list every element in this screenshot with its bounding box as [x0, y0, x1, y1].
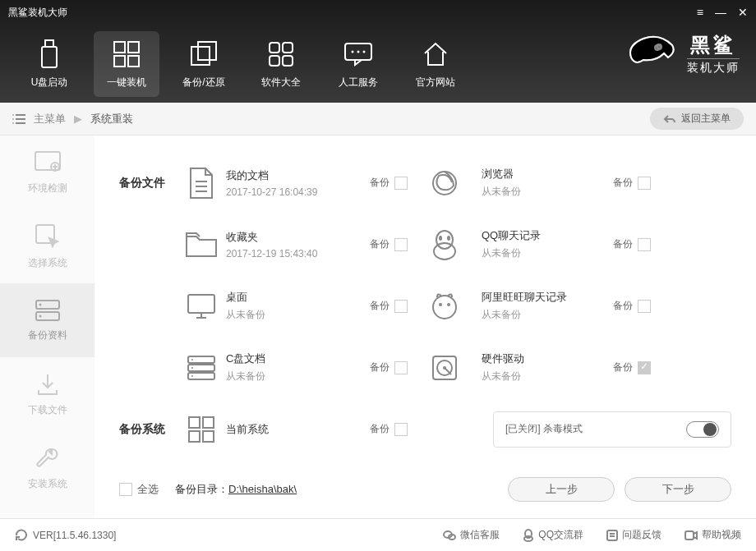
svg-point-17 — [658, 46, 661, 48]
footer: VER[11.5.46.1330] 微信客服 QQ交流群 问题反馈 帮助视频 — [0, 518, 756, 551]
svg-rect-41 — [188, 295, 214, 313]
sidebar-label: 环境检测 — [28, 181, 67, 195]
back-button[interactable]: 返回主菜单 — [650, 108, 744, 130]
checkbox[interactable] — [119, 483, 132, 496]
main: 环境检测 选择系统 备份资料 下载文件 安装系统 备份文件 我的文档 — [0, 135, 756, 518]
link-wechat[interactable]: 微信客服 — [443, 528, 500, 542]
item-sub: 从未备份 — [482, 246, 613, 260]
nav-label: 一键装机 — [107, 76, 146, 90]
item-name: 桌面 — [226, 290, 370, 305]
svg-rect-0 — [45, 40, 53, 47]
svg-point-52 — [191, 375, 193, 377]
svg-rect-6 — [191, 47, 210, 65]
checkbox[interactable] — [638, 177, 651, 190]
sidebar-label: 选择系统 — [28, 256, 67, 270]
svg-rect-60 — [203, 431, 214, 442]
item-name: QQ聊天记录 — [482, 228, 613, 243]
minimize-icon[interactable]: — — [715, 6, 726, 19]
footer-links: 微信客服 QQ交流群 问题反馈 帮助视频 — [443, 528, 741, 542]
folder-icon — [185, 232, 218, 258]
menu-icon[interactable]: ≡ — [697, 6, 703, 19]
backup-icon — [190, 40, 218, 68]
link-help[interactable]: 帮助视频 — [685, 528, 741, 542]
virus-text: [已关闭] 杀毒模式 — [505, 422, 583, 436]
sidebar-item-install[interactable]: 安装系统 — [0, 431, 94, 505]
window-title: 黑鲨装机大师 — [8, 6, 67, 20]
close-icon[interactable]: ✕ — [738, 6, 748, 19]
sidebar-item-backup[interactable]: 备份资料 — [0, 283, 94, 357]
version-text: VER[11.5.46.1330] — [33, 530, 116, 541]
qq-icon — [430, 228, 459, 261]
svg-rect-57 — [189, 417, 200, 428]
prev-button[interactable]: 上一步 — [508, 477, 615, 502]
checkbox[interactable] — [394, 300, 408, 313]
sidebar-item-download[interactable]: 下载文件 — [0, 357, 94, 431]
window-controls: ≡ — ✕ — [697, 6, 748, 19]
svg-line-56 — [445, 368, 451, 374]
backup-label: 备份 — [613, 299, 633, 313]
logo-text-big: 黑鲨 — [690, 32, 736, 58]
link-feedback[interactable]: 问题反馈 — [606, 528, 662, 542]
content: 备份文件 我的文档 2017-10-27 16:04:39 备份 浏览器 从未备… — [94, 135, 756, 518]
nav-label: 软件大全 — [261, 76, 301, 90]
backup-label: 备份 — [370, 237, 390, 251]
next-button[interactable]: 下一步 — [625, 477, 731, 502]
nav-tab-service[interactable]: 人工服务 — [325, 31, 391, 97]
select-all[interactable]: 全选 — [119, 482, 159, 497]
item-name: 阿里旺旺聊天记录 — [482, 290, 613, 305]
sidebar-label: 备份资料 — [28, 328, 67, 342]
svg-point-40 — [447, 236, 450, 241]
svg-point-21 — [12, 114, 14, 116]
checkbox[interactable] — [394, 361, 408, 374]
svg-rect-4 — [114, 56, 125, 67]
list-icon — [12, 113, 25, 125]
svg-rect-58 — [203, 417, 214, 428]
nav-label: U盘启动 — [31, 76, 68, 90]
checkbox[interactable] — [638, 300, 651, 313]
checkbox[interactable] — [394, 177, 408, 190]
backup-label: 备份 — [370, 360, 390, 374]
svg-rect-5 — [128, 56, 139, 67]
item-name: 浏览器 — [482, 167, 613, 181]
svg-rect-59 — [189, 431, 200, 442]
svg-point-46 — [447, 303, 450, 306]
nav-tab-backup[interactable]: 备份/还原 — [171, 31, 237, 97]
svg-rect-66 — [685, 531, 694, 540]
backup-label: 备份 — [613, 360, 633, 374]
path-label: 备份目录： — [175, 483, 228, 495]
item-name: 收藏夹 — [226, 230, 370, 245]
usb-icon — [39, 39, 60, 69]
svg-point-38 — [434, 243, 455, 259]
system-row: 备份系统 当前系统 备份 [已关闭] 杀毒模式 — [119, 398, 731, 460]
virus-toggle[interactable] — [686, 421, 719, 438]
nav-label: 官方网站 — [416, 76, 455, 90]
nav-tab-website[interactable]: 官方网站 — [403, 31, 468, 97]
refresh-icon[interactable] — [15, 529, 28, 542]
wechat-icon — [443, 530, 456, 541]
item-sub: 从未备份 — [482, 185, 613, 199]
wrench-icon — [35, 446, 60, 471]
checkbox[interactable] — [394, 238, 408, 251]
wangwang-icon — [429, 291, 460, 322]
svg-point-51 — [191, 367, 193, 369]
link-qqgroup[interactable]: QQ交流群 — [523, 528, 583, 542]
nav-tab-software[interactable]: 软件大全 — [248, 31, 314, 97]
svg-point-45 — [439, 303, 442, 306]
checkbox[interactable] — [638, 238, 651, 251]
breadcrumb-root[interactable]: 主菜单 — [34, 112, 66, 126]
svg-rect-10 — [270, 56, 279, 66]
checkbox[interactable] — [638, 361, 651, 374]
section-label-system: 备份系统 — [119, 422, 177, 437]
sidebar-item-envcheck[interactable]: 环境检测 — [0, 135, 94, 209]
download-icon — [35, 372, 60, 397]
nav-tab-reinstall[interactable]: 一键装机 — [94, 31, 159, 97]
backup-label: 备份 — [370, 422, 390, 436]
svg-rect-8 — [270, 43, 279, 53]
checkbox[interactable] — [394, 423, 408, 436]
shark-icon — [623, 29, 680, 78]
nav-tab-usb[interactable]: U盘启动 — [16, 31, 82, 97]
browser-icon — [429, 168, 460, 199]
item-sub: 从未备份 — [482, 308, 613, 322]
backup-path[interactable]: 备份目录：D:\heisha\bak\ — [175, 482, 297, 497]
sidebar-item-selectsys[interactable]: 选择系统 — [0, 209, 94, 283]
